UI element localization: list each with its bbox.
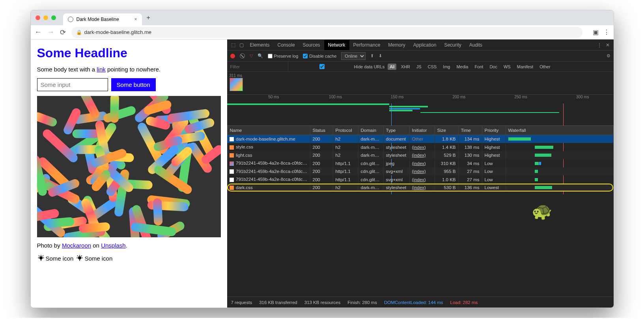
status-requests: 7 requests — [231, 300, 252, 305]
extensions-icon[interactable]: ▣ — [593, 28, 599, 36]
timeline-tick: 100 ms — [304, 95, 366, 103]
icon-label-2: Some icon — [84, 255, 112, 262]
svg-line-76 — [39, 255, 39, 256]
network-timeline[interactable]: 50 ms100 ms150 ms200 ms250 ms300 ms — [227, 95, 614, 126]
column-header-waterfall[interactable]: Waterfall — [506, 126, 613, 135]
network-row[interactable]: 791b2241-459b-4a2e-8cca-c0fdc2…200http/1… — [227, 159, 613, 167]
inspect-icon[interactable]: ⬚ — [230, 41, 237, 49]
network-row[interactable]: style.css200h2dark-mo…stylesheet(index)1… — [227, 143, 613, 151]
devtools-tab-memory[interactable]: Memory — [384, 40, 409, 50]
svg-rect-70 — [110, 96, 119, 123]
upload-icon[interactable]: ⬆ — [370, 53, 374, 58]
preserve-log-checkbox[interactable]: Preserve log — [268, 54, 299, 58]
devtools-tab-audits[interactable]: Audits — [465, 40, 486, 50]
svg-point-78 — [78, 256, 81, 259]
status-finish: Finish: 280 ms — [347, 300, 377, 305]
primary-button[interactable]: Some button — [111, 78, 156, 91]
devtools-tab-sources[interactable]: Sources — [299, 40, 324, 50]
devtools-tab-console[interactable]: Console — [274, 40, 299, 50]
svg-line-77 — [43, 255, 43, 256]
status-dcl: DOMContentLoaded: 144 ms — [384, 300, 443, 305]
filter-chip-xhr[interactable]: XHR — [399, 64, 412, 70]
column-header-status[interactable]: Status — [310, 126, 333, 135]
turtle-emoji: 🐢 — [532, 201, 552, 221]
svg-line-83 — [78, 255, 78, 256]
column-header-initiator[interactable]: Initiator — [409, 126, 435, 135]
minimize-window-button[interactable] — [43, 15, 48, 20]
hide-data-urls-checkbox[interactable]: Hide data URLs — [291, 64, 385, 69]
network-row[interactable]: dark.css200h2dark-mo…stylesheet(index)53… — [227, 184, 613, 191]
filter-chip-all[interactable]: All — [388, 64, 396, 70]
filter-chip-other[interactable]: Other — [538, 64, 553, 70]
filter-input[interactable] — [227, 62, 288, 71]
column-header-domain[interactable]: Domain — [358, 126, 383, 135]
devtools-tab-application[interactable]: Application — [409, 40, 441, 50]
filter-chip-media[interactable]: Media — [454, 64, 470, 70]
throttle-select[interactable]: Online — [341, 52, 366, 60]
column-header-protocol[interactable]: Protocol — [333, 126, 358, 135]
filter-chip-doc[interactable]: Doc — [487, 64, 499, 70]
reload-button[interactable]: ⟳ — [60, 28, 66, 37]
icon-label-1: Some icon — [46, 255, 74, 262]
status-load: Load: 282 ms — [450, 300, 478, 305]
network-row[interactable]: 791b2241-459b-4a2e-8cca-c0fdc2…200http/1… — [227, 167, 613, 175]
source-link[interactable]: Unsplash — [101, 242, 126, 249]
globe-icon — [68, 17, 73, 22]
new-tab-button[interactable]: + — [147, 14, 150, 21]
body-link[interactable]: link — [97, 66, 106, 73]
search-icon[interactable]: 🔍 — [258, 53, 263, 58]
timeline-tick: 300 ms — [552, 95, 614, 103]
devtools-menu-icon[interactable]: ⋮ — [595, 41, 603, 49]
column-header-time[interactable]: Time — [458, 126, 482, 135]
network-row[interactable]: dark-mode-baseline.glitch.me200h2dark-mo… — [227, 135, 613, 143]
filter-chip-ws[interactable]: WS — [502, 64, 513, 70]
address-bar[interactable]: 🔒 dark-mode-baseline.glitch.me — [71, 27, 582, 38]
timeline-tick: 50 ms — [243, 95, 305, 103]
download-icon[interactable]: ⬇ — [379, 53, 382, 58]
forward-button[interactable]: → — [47, 28, 54, 36]
filter-chip-font[interactable]: Font — [472, 64, 485, 70]
author-link[interactable]: Mockaroon — [62, 242, 91, 249]
timeline-tick: 200 ms — [428, 95, 490, 103]
disable-cache-checkbox[interactable]: Disable cache — [303, 54, 336, 58]
timeline-tick: 250 ms — [490, 95, 552, 103]
column-header-name[interactable]: Name — [227, 126, 310, 135]
page-headline: Some Headline — [37, 46, 221, 60]
timeline-tick: 150 ms — [366, 95, 428, 103]
filter-chip-css[interactable]: CSS — [426, 64, 439, 70]
menu-icon[interactable]: ⋮ — [603, 28, 610, 36]
network-row[interactable]: light.css200h2dark-mo…stylesheet(index)5… — [227, 151, 613, 159]
close-tab-button[interactable]: × — [134, 17, 137, 22]
url-text: dark-mode-baseline.glitch.me — [84, 29, 152, 35]
photo-image — [37, 96, 221, 237]
settings-icon[interactable]: ⚙ — [607, 53, 610, 58]
filter-chip-manifest[interactable]: Manifest — [515, 64, 536, 70]
column-header-size[interactable]: Size — [435, 126, 458, 135]
filter-chip-img[interactable]: Img — [441, 64, 452, 70]
devtools-tab-network[interactable]: Network — [324, 40, 349, 50]
devtools-close-icon[interactable]: ✕ — [604, 41, 611, 49]
devtools-tab-security[interactable]: Security — [440, 40, 465, 50]
filter-chip-js[interactable]: JS — [414, 64, 424, 70]
overview-thumbnail[interactable] — [230, 78, 243, 91]
devtools-tab-elements[interactable]: Elements — [246, 40, 274, 50]
svg-rect-58 — [153, 198, 162, 225]
device-mode-icon[interactable]: ▢ — [238, 41, 245, 49]
network-row[interactable]: 791b2241-459b-4a2e-8cca-c0fdc2…200http/1… — [227, 175, 613, 183]
close-window-button[interactable] — [35, 15, 40, 20]
devtools-tab-performance[interactable]: Performance — [349, 40, 385, 50]
text-input[interactable] — [37, 78, 108, 91]
network-overview: 311 ms — [227, 72, 614, 95]
browser-tab[interactable]: Dark Mode Baseline × — [63, 13, 142, 25]
column-header-type[interactable]: Type — [383, 126, 409, 135]
maximize-window-button[interactable] — [51, 15, 56, 20]
record-button[interactable] — [230, 54, 235, 58]
back-button[interactable]: ← — [35, 28, 42, 36]
network-toolbar: ▽ 🔍 Preserve log Disable cache Online ⬆ … — [227, 51, 614, 62]
filter-icon[interactable]: ▽ — [250, 53, 253, 58]
status-transferred: 316 KB transferred — [259, 300, 297, 305]
clear-button[interactable] — [240, 53, 245, 58]
column-header-priority[interactable]: Priority — [482, 126, 506, 135]
svg-rect-72 — [41, 259, 41, 261]
icon-row: Some icon Some icon — [37, 254, 221, 262]
